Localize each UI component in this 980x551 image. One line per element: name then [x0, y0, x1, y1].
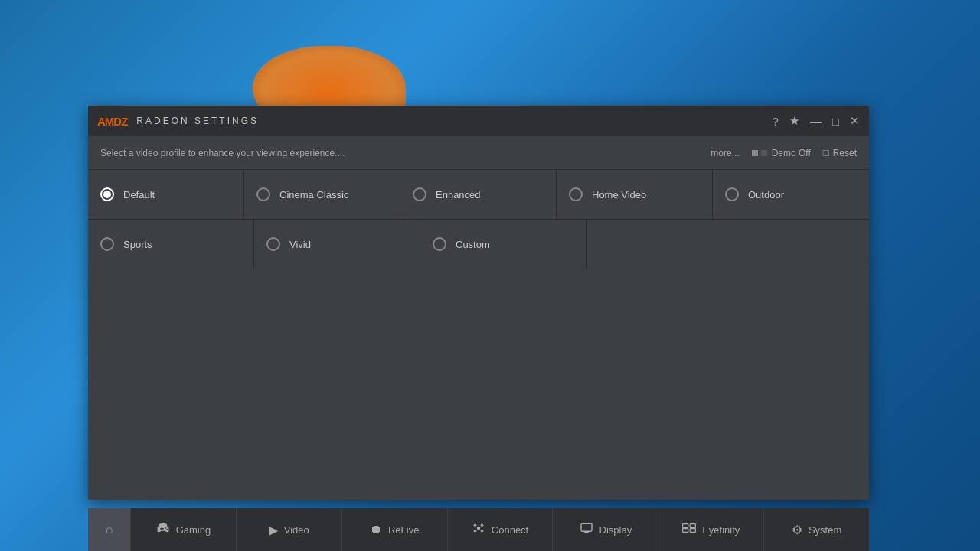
profile-custom[interactable]: Custom — [420, 220, 586, 269]
svg-rect-1 — [581, 523, 592, 531]
nav-gaming[interactable]: Gaming — [131, 508, 237, 551]
eyefinity-label: Eyefinity — [702, 524, 740, 536]
radio-sports[interactable] — [100, 237, 114, 251]
svg-rect-7 — [690, 529, 695, 533]
gaming-icon — [156, 521, 170, 538]
video-icon: ▶ — [269, 523, 278, 537]
radio-cinema-classic[interactable] — [256, 187, 270, 201]
video-label: Video — [284, 524, 309, 536]
profile-vivid-label: Vivid — [289, 239, 311, 250]
radio-default[interactable] — [100, 187, 114, 201]
nav-system[interactable]: ⚙ System — [764, 508, 869, 551]
profile-outdoor[interactable]: Outdoor — [713, 170, 869, 219]
close-icon[interactable]: ✕ — [850, 114, 860, 128]
bottom-nav: ⌂ Gaming ▶ Video ⏺ ReLive Connect — [88, 508, 869, 551]
system-label: System — [808, 524, 841, 536]
radio-vivid[interactable] — [266, 237, 280, 251]
demo-icon — [752, 150, 767, 156]
nav-eyefinity[interactable]: Eyefinity — [658, 508, 764, 551]
more-button[interactable]: more... — [710, 148, 739, 158]
radio-enhanced[interactable] — [413, 187, 426, 201]
profile-home-video[interactable]: Home Video — [557, 170, 713, 219]
profile-default-label: Default — [123, 189, 155, 201]
toolbar: Select a video profile to enhance your v… — [88, 136, 869, 170]
reset-icon: □ — [823, 147, 829, 158]
gaming-label: Gaming — [176, 524, 211, 536]
nav-relive[interactable]: ⏺ ReLive — [342, 508, 448, 551]
radio-outdoor[interactable] — [725, 187, 739, 201]
profile-enhanced[interactable]: Enhanced — [400, 170, 557, 219]
radio-home-video[interactable] — [569, 187, 583, 201]
favorite-icon[interactable]: ★ — [789, 114, 799, 128]
profile-sports[interactable]: Sports — [88, 220, 254, 269]
titlebar-controls: ? ★ — □ ✕ — [773, 114, 860, 128]
toolbar-right: more... Demo Off □ Reset — [710, 147, 857, 158]
radio-custom[interactable] — [433, 237, 446, 251]
nav-display[interactable]: Display — [553, 508, 658, 551]
system-icon: ⚙ — [792, 523, 802, 537]
radeon-settings-window: AMDZ RADEON SETTINGS ? ★ — □ ✕ Select a … — [88, 106, 869, 500]
profile-custom-label: Custom — [456, 239, 490, 250]
svg-rect-5 — [690, 524, 695, 528]
profile-outdoor-label: Outdoor — [748, 189, 784, 201]
minimize-icon[interactable]: — — [810, 115, 822, 128]
empty-row2 — [586, 220, 869, 269]
help-icon[interactable]: ? — [773, 115, 779, 128]
amd-logo: AMDZ — [97, 115, 127, 128]
profile-cinema-classic[interactable]: Cinema Classic — [244, 170, 400, 219]
maximize-icon[interactable]: □ — [832, 115, 839, 128]
connect-label: Connect — [492, 524, 528, 536]
profile-grid-row2: Sports Vivid Custom — [88, 220, 869, 269]
svg-rect-4 — [683, 524, 688, 528]
demo-toggle[interactable]: Demo Off — [752, 148, 811, 158]
toolbar-subtitle: Select a video profile to enhance your v… — [100, 148, 345, 158]
content-area: Default Cinema Classic Enhanced Home Vid… — [88, 170, 869, 500]
nav-video[interactable]: ▶ Video — [237, 508, 342, 551]
nav-home[interactable]: ⌂ — [88, 508, 131, 551]
reset-button[interactable]: □ Reset — [823, 147, 857, 158]
window-title: RADEON SETTINGS — [136, 116, 259, 126]
svg-point-0 — [477, 527, 481, 530]
profile-enhanced-label: Enhanced — [436, 189, 481, 201]
eyefinity-icon — [682, 523, 696, 536]
profile-cinema-classic-label: Cinema Classic — [279, 189, 348, 201]
reset-label: Reset — [833, 148, 857, 158]
titlebar: AMDZ RADEON SETTINGS ? ★ — □ ✕ — [88, 106, 869, 136]
home-icon: ⌂ — [106, 523, 113, 536]
connect-icon — [472, 521, 485, 538]
profile-default[interactable]: Default — [88, 170, 244, 219]
svg-rect-6 — [683, 529, 688, 533]
relive-icon: ⏺ — [370, 523, 382, 536]
profile-sports-label: Sports — [123, 239, 152, 250]
display-label: Display — [599, 524, 632, 536]
relive-label: ReLive — [388, 524, 419, 536]
nav-connect[interactable]: Connect — [448, 508, 554, 551]
profile-home-video-label: Home Video — [592, 189, 646, 201]
profile-vivid[interactable]: Vivid — [254, 220, 420, 269]
demo-label: Demo Off — [772, 148, 811, 158]
profile-grid-row1: Default Cinema Classic Enhanced Home Vid… — [88, 170, 869, 220]
display-icon — [580, 523, 593, 536]
